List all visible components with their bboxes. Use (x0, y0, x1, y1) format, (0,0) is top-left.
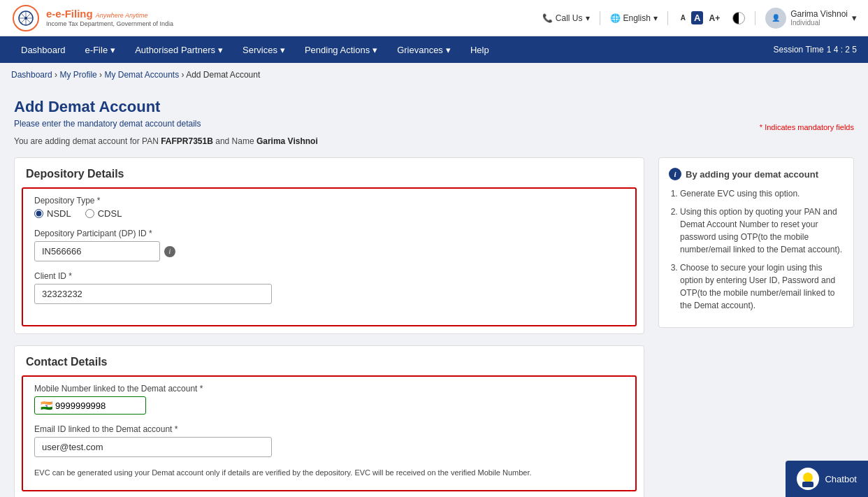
dp-id-input[interactable] (34, 241, 160, 261)
cdsl-radio[interactable] (85, 209, 94, 218)
contrast-button[interactable] (732, 12, 745, 24)
phone-input-wrapper[interactable]: 🇮🇳 (34, 396, 146, 415)
font-small-button[interactable]: A (678, 13, 688, 23)
pan-number: FAFPR7351B (161, 136, 213, 146)
phone-icon: 📞 (542, 13, 553, 23)
cdsl-option[interactable]: CDSL (85, 208, 122, 219)
info-panel-icon: i (669, 168, 681, 180)
depository-card: Depository Details Depository Type * NSD… (14, 157, 644, 334)
dp-id-info-icon[interactable]: i (164, 246, 175, 257)
nav-auth-partners[interactable]: Authorised Partners ▾ (125, 36, 233, 63)
auth-dropdown-icon: ▾ (218, 45, 223, 55)
header-actions: 📞 Call Us ▾ 🌐 English ▾ A A A+ 👤 Garima … (542, 8, 857, 29)
pan-info: You are adding demat account for PAN FAF… (14, 136, 318, 146)
evc-note: EVC can be generated using your Demat ac… (34, 467, 624, 479)
info-panel-list: Generate EVC using this option. Using th… (669, 187, 844, 312)
content-left: Depository Details Depository Type * NSD… (14, 157, 644, 497)
depository-card-body: Depository Type * NSDL CDSL (22, 187, 637, 326)
depository-type-label: Depository Type * (34, 196, 624, 206)
font-medium-button[interactable]: A (691, 11, 703, 24)
nav-pending-actions[interactable]: Pending Actions ▾ (295, 36, 387, 63)
grievances-dropdown-icon: ▾ (446, 45, 451, 55)
mobile-input[interactable] (55, 401, 125, 411)
efile-dropdown-icon: ▾ (110, 45, 115, 55)
flag-icon: 🇮🇳 (41, 400, 52, 411)
mandatory-note: * Indicates mandatory fields (760, 123, 854, 131)
call-dropdown-icon: ▾ (586, 13, 590, 23)
content-right: i By adding your demat account Generate … (658, 157, 854, 497)
breadcrumb-myprofile[interactable]: My Profile (59, 70, 96, 80)
depository-type-radio-group: NSDL CDSL (34, 208, 624, 219)
session-timer: Session Time 1 4 : 2 5 (774, 45, 857, 55)
pan-info-row: You are adding demat account for PAN FAF… (14, 136, 854, 146)
globe-icon: 🌐 (610, 13, 621, 23)
mobile-label: Mobile Number linked to the Demat accoun… (34, 384, 624, 394)
nav-help[interactable]: Help (461, 36, 499, 63)
page-title: Add Demat Account (14, 98, 854, 116)
contact-card-body: Mobile Number linked to the Demat accoun… (22, 375, 637, 491)
contact-card-title: Contact Details (15, 346, 644, 375)
svg-point-10 (803, 473, 813, 482)
logo-subtitle: Income Tax Department, Government of Ind… (46, 20, 173, 28)
main-content: Add Demat Account Please enter the manda… (0, 87, 868, 497)
services-dropdown-icon: ▾ (280, 45, 285, 55)
client-id-group: Client ID * (34, 271, 624, 304)
breadcrumb-mydemat[interactable]: My Demat Accounts (104, 70, 179, 80)
chatbot-button[interactable]: Chatbot (786, 461, 868, 497)
chatbot-label: Chatbot (825, 474, 857, 484)
divider-3 (755, 11, 755, 25)
svg-rect-11 (802, 482, 813, 487)
mobile-group: Mobile Number linked to the Demat accoun… (34, 384, 624, 415)
font-large-button[interactable]: A+ (706, 12, 723, 24)
info-item-2: Using this option by quoting your PAN an… (680, 206, 844, 256)
header: e-e-Filing Anywhere Anytime Income Tax D… (0, 0, 868, 36)
breadcrumb-dashboard[interactable]: Dashboard (11, 70, 52, 80)
divider-1 (600, 11, 600, 25)
client-id-label: Client ID * (34, 271, 624, 281)
dp-id-input-row: i (34, 241, 624, 261)
nav-grievances[interactable]: Grievances ▾ (387, 36, 461, 63)
info-item-1: Generate EVC using this option. (680, 187, 844, 200)
language-button[interactable]: 🌐 English ▾ (610, 13, 658, 23)
email-label: Email ID linked to the Demat account * (34, 424, 624, 434)
content-grid: Depository Details Depository Type * NSD… (14, 157, 854, 497)
font-controls: A A A+ (678, 11, 723, 24)
logo-emblem (11, 3, 41, 33)
nav-dashboard[interactable]: Dashboard (11, 36, 75, 63)
user-name: Garima Vishnoi (790, 9, 848, 19)
email-input[interactable] (34, 437, 272, 457)
nsdl-option[interactable]: NSDL (34, 208, 71, 219)
client-id-input[interactable] (34, 284, 272, 304)
dp-id-group: Depository Participant (DP) ID * i (34, 229, 624, 261)
contact-card: Contact Details Mobile Number linked to … (14, 345, 644, 497)
email-group: Email ID linked to the Demat account * (34, 424, 624, 457)
avatar: 👤 (765, 8, 786, 29)
breadcrumb: Dashboard › My Profile › My Demat Accoun… (0, 63, 868, 87)
chatbot-avatar (797, 468, 819, 490)
logo-title: e-e-Filing Anywhere Anytime (46, 8, 173, 20)
user-profile[interactable]: 👤 Garima Vishnoi Individual ▾ (765, 8, 857, 29)
nav-efile[interactable]: e-File ▾ (75, 36, 126, 63)
dp-id-label: Depository Participant (DP) ID * (34, 229, 624, 238)
info-panel-title: i By adding your demat account (669, 168, 844, 180)
depository-card-title: Depository Details (15, 158, 644, 187)
lang-dropdown-icon: ▾ (653, 13, 658, 23)
nsdl-radio[interactable] (34, 209, 43, 218)
depository-type-group: Depository Type * NSDL CDSL (34, 196, 624, 219)
breadcrumb-current: Add Demat Account (186, 70, 260, 80)
divider-2 (667, 11, 668, 25)
main-nav: Dashboard e-File ▾ Authorised Partners ▾… (0, 36, 868, 63)
logo: e-e-Filing Anywhere Anytime Income Tax D… (11, 3, 173, 33)
call-us-button[interactable]: 📞 Call Us ▾ (542, 13, 590, 23)
user-details: Garima Vishnoi Individual (790, 9, 848, 27)
logo-text: e-e-Filing Anywhere Anytime Income Tax D… (46, 8, 173, 28)
user-dropdown-icon: ▾ (852, 13, 857, 23)
page-subtitle: Please enter the mandatory demat account… (14, 119, 854, 129)
info-item-3: Choose to secure your login using this o… (680, 261, 844, 312)
pending-dropdown-icon: ▾ (372, 45, 377, 55)
user-role: Individual (790, 19, 848, 27)
info-panel: i By adding your demat account Generate … (658, 157, 854, 328)
nav-services[interactable]: Services ▾ (233, 36, 295, 63)
pan-user-name: Garima Vishnoi (256, 136, 318, 146)
